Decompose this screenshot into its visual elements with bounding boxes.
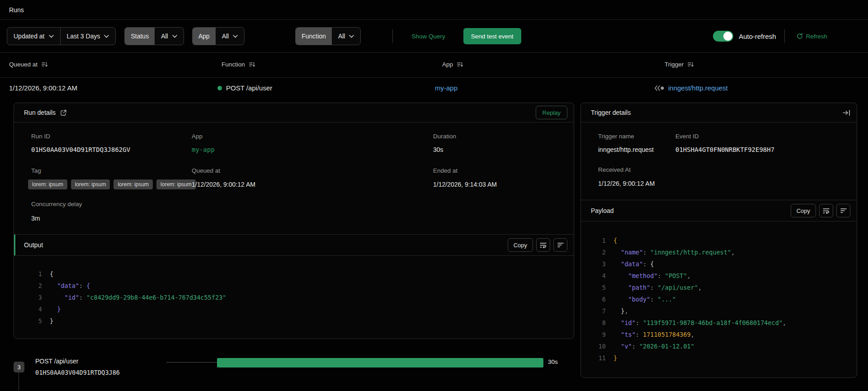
table-row[interactable]: 1/12/2026, 9:00:12 AM POST /api/user my-… [0,78,868,99]
word-wrap-icon[interactable] [819,204,833,217]
sort-icon [249,61,255,68]
filter-toolbar: Updated at Last 3 Days Status All App Al… [0,20,868,53]
column-label: Queued at [9,61,38,68]
code-line: 3 "id": "c8429dd9-29b8-44e6-b714-767d34c… [30,292,226,303]
status-filter-group: Status All [124,27,184,45]
replay-button[interactable]: Replay [536,106,567,119]
auto-refresh-label: Auto-refresh [739,33,776,40]
function-filter-group: Function All [295,27,361,45]
run-function-cell: POST /api/user [217,84,272,92]
external-link-icon[interactable] [60,109,67,116]
chevron-down-icon [349,35,354,38]
payload-code: 1{2 "name": "inngest/http.request",3 "da… [594,235,786,364]
column-header-trigger[interactable]: Trigger [665,61,694,68]
app-filter-value: All [222,33,229,40]
output-section-header: Output Copy [14,234,574,256]
column-header-queued-at[interactable]: Queued at [9,61,48,68]
status-dot-completed [217,86,222,90]
chevron-down-icon [49,35,54,38]
code-line: 1{ [594,235,786,246]
duration-value: 30s [433,146,443,153]
payload-section-header: Payload Copy [581,200,857,221]
column-label: App [442,61,453,68]
run-id-value: 01HS0AA03V04D91RTDQ3J862GV [31,146,130,153]
panel-collapse-icon[interactable] [843,109,850,116]
status-filter-label: Status [125,28,155,45]
app-filter-group: App All [192,27,245,45]
status-filter-dropdown[interactable]: All [155,28,184,45]
function-filter-label: Function [296,28,332,45]
status-filter-value: All [161,33,168,40]
timeline-duration-bar[interactable] [217,358,543,367]
tag-chip-list: lorem: ipsum lorem: ipsum lorem: ipsum l… [28,179,196,189]
timeline-duration-label: 30s [548,358,558,365]
auto-refresh-toggle[interactable] [713,31,733,42]
output-title: Output [24,241,43,249]
app-filter-label: App [193,28,216,45]
column-label: Function [222,61,245,68]
code-line: 7 }, [594,305,786,317]
tag-chip: lorem: ipsum [71,179,110,189]
run-app-link[interactable]: my-app [435,84,458,92]
show-query-button[interactable]: Show Query [411,33,445,40]
code-line: 1{ [30,268,226,280]
run-queued-at: 1/12/2026, 9:00:12 AM [9,84,77,92]
toolbar-divider [784,29,785,43]
function-filter-value: All [338,33,345,40]
sort-field-dropdown[interactable]: Updated at [7,28,60,45]
chevron-down-icon [104,35,109,38]
step-count-badge[interactable]: 3 [14,362,24,372]
sort-icon [457,61,463,68]
code-line: 11} [594,352,786,364]
sort-time-filter-group: Updated at Last 3 Days [7,27,116,45]
run-trigger-link[interactable]: inngest/http.request [668,84,728,92]
code-line: 4 } [30,303,226,315]
copy-payload-button[interactable]: Copy [791,204,816,217]
refresh-icon [797,33,803,39]
code-line: 10 "v": "2026-01-12.01" [594,340,786,352]
timeline-connector-line [19,372,19,391]
run-trigger-cell: inngest/http.request [655,84,728,92]
code-line: 9 "ts": 1711051784369, [594,329,786,340]
code-line: 2 "data": { [30,280,226,292]
format-align-icon[interactable] [836,204,850,217]
tag-chip: lorem: ipsum [28,179,67,189]
runs-table-header: Queued at Function App Trigger [0,53,868,78]
timeline-function-name: POST /api/user [35,358,78,365]
chevron-down-icon [233,35,238,38]
code-line: 4 "method": "POST", [594,270,786,282]
code-line: 8 "id": "119f5971-9878-46bd-a18f-4f06801… [594,317,786,329]
received-at-value: 1/12/26, 9:00:12 AM [598,180,655,187]
concurrency-delay-value: 3m [31,215,40,222]
tag-chip: lorem: ipsum [113,179,153,189]
column-header-app[interactable]: App [442,61,463,68]
app-value-link[interactable]: my-app [192,146,215,153]
column-header-function[interactable]: Function [222,61,255,68]
code-line: 6 "body": "..." [594,293,786,305]
page-title: Runs [9,6,24,14]
run-details-header: Run details Replay [14,103,574,122]
format-align-icon[interactable] [553,238,567,252]
app-filter-dropdown[interactable]: All [216,28,245,45]
ended-at-value: 1/12/2026, 9:14:03 AM [433,181,497,188]
code-line: 2 "name": "inngest/http.request", [594,246,786,258]
run-function-name: POST /api/user [226,84,272,92]
received-at-label: Received At [598,166,631,173]
tag-label: Tag [31,167,41,174]
ended-at-label: Ended at [433,167,458,174]
refresh-button[interactable]: Refresh [797,33,827,40]
time-range-dropdown[interactable]: Last 3 Days [60,28,116,45]
toggle-knob [723,32,732,41]
run-details-panel: Run details Replay Run ID 01HS0AA03V04D9… [14,103,574,339]
column-label: Trigger [665,61,684,68]
trigger-details-title: Trigger details [591,109,631,116]
send-test-event-button[interactable]: Send test event [463,28,521,44]
event-id-label: Event ID [675,133,699,140]
word-wrap-icon[interactable] [536,238,550,252]
copy-output-button[interactable]: Copy [508,238,533,252]
sort-icon [687,61,694,68]
code-line: 3 "data": { [594,258,786,270]
function-filter-dropdown[interactable]: All [332,28,361,45]
event-id-value: 01HSHA4GT0FN0NRBKTF92E98H7 [675,146,774,153]
app-label: App [192,133,203,140]
